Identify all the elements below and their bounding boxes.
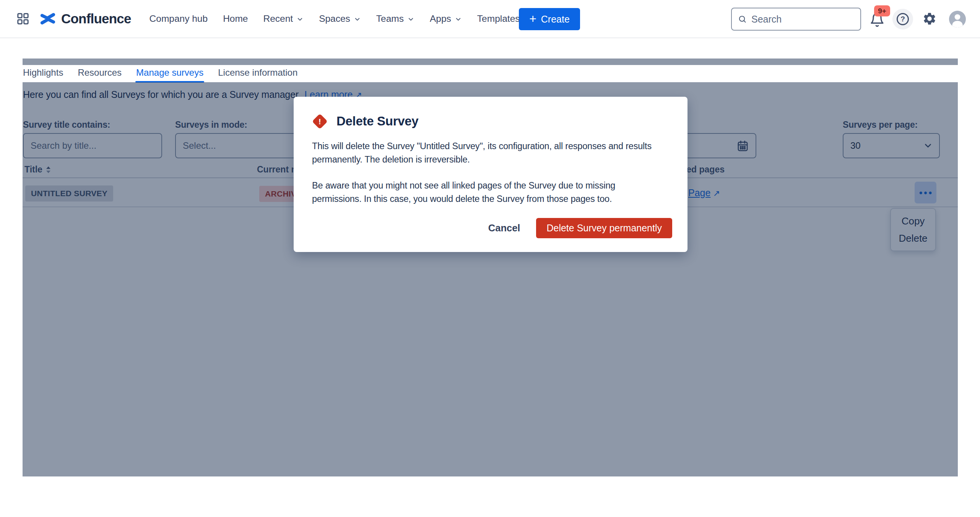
warning-icon: ! <box>312 114 327 129</box>
sort-icon <box>46 166 51 174</box>
create-button[interactable]: + Create <box>519 8 580 30</box>
modal-paragraph-2: Be aware that you might not see all link… <box>312 179 679 206</box>
survey-title-badge: UNTITLED SURVEY <box>25 185 113 202</box>
tab-resources[interactable]: Resources <box>78 65 122 83</box>
nav-item-recent[interactable]: Recent <box>263 13 304 24</box>
chevron-down-icon <box>455 16 462 23</box>
app-switcher-icon[interactable] <box>16 12 30 26</box>
filter-per-page-label: Surveys per page: <box>843 120 918 130</box>
delete-permanently-button[interactable]: Delete Survey permanently <box>536 218 672 238</box>
nav-item-home[interactable]: Home <box>223 13 248 24</box>
modal-overlay-strip <box>23 59 958 65</box>
external-link-icon: ↗ <box>713 189 720 198</box>
tab-manage-surveys[interactable]: Manage surveys <box>136 65 203 83</box>
tab-license-information[interactable]: License information <box>218 65 297 83</box>
filter-title-label: Survey title contains: <box>23 120 110 130</box>
nav-item-teams[interactable]: Teams <box>376 13 414 24</box>
row-actions-menu: Copy Delete <box>890 208 936 251</box>
linked-page-link[interactable]: Page↗ <box>688 187 720 198</box>
nav-item-apps[interactable]: Apps <box>430 13 462 24</box>
modal-paragraph-1: This will delete the Survey "Untitled Su… <box>312 140 679 166</box>
search-input[interactable] <box>751 14 854 25</box>
select-placeholder: Select... <box>183 140 216 151</box>
chevron-down-icon <box>407 16 414 23</box>
cancel-button[interactable]: Cancel <box>488 223 520 234</box>
delete-survey-modal: ! Delete Survey This will delete the Sur… <box>294 97 687 252</box>
confluence-logo-icon[interactable] <box>39 10 57 28</box>
help-button[interactable]: ? <box>892 9 913 29</box>
chevron-down-icon <box>923 141 933 151</box>
page-tabs: Highlights Resources Manage surveys Lice… <box>23 65 297 83</box>
search-icon <box>738 14 747 24</box>
row-more-actions-button[interactable]: ••• <box>915 182 936 203</box>
settings-gear-icon[interactable] <box>922 11 937 26</box>
survey-title-filter-input[interactable] <box>31 140 154 151</box>
surveys-per-page-select[interactable]: 30 <box>843 133 940 158</box>
brand-wordmark[interactable]: Confluence <box>61 11 131 26</box>
calendar-icon <box>737 140 749 152</box>
menu-item-copy[interactable]: Copy <box>902 216 925 226</box>
menu-item-delete[interactable]: Delete <box>899 233 927 243</box>
global-search[interactable] <box>731 8 861 31</box>
chevron-down-icon <box>296 16 304 23</box>
primary-nav: Company hub Home Recent Spaces Teams App… <box>150 13 520 24</box>
filter-mode-label: Surveys in mode: <box>175 120 247 130</box>
per-page-value: 30 <box>850 140 861 151</box>
tab-highlights[interactable]: Highlights <box>23 65 63 83</box>
chevron-down-icon <box>354 16 361 23</box>
top-navigation-bar: Confluence Company hub Home Recent Space… <box>0 0 980 38</box>
notification-count-badge[interactable]: 9+ <box>874 5 890 16</box>
question-mark-icon: ? <box>897 13 909 25</box>
user-avatar[interactable] <box>949 11 966 28</box>
ellipsis-icon: ••• <box>919 187 933 198</box>
nav-item-spaces[interactable]: Spaces <box>319 13 361 24</box>
nav-item-company-hub[interactable]: Company hub <box>150 13 208 24</box>
modal-title: Delete Survey <box>336 114 418 128</box>
nav-item-templates[interactable]: Templates <box>477 13 520 24</box>
filter-title-input-wrap <box>23 133 162 158</box>
column-header-title[interactable]: Title <box>24 164 51 175</box>
